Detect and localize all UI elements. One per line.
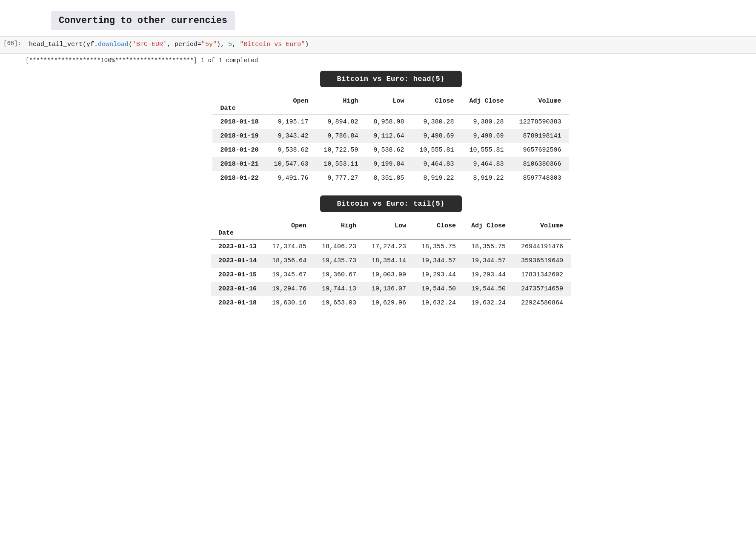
table-row: 2018-01-19 9,343.42 9,786.84 9,112.64 9,… xyxy=(212,129,569,143)
code-string3: "Bitcoin vs Euro" xyxy=(240,41,305,48)
table-row: 2018-01-20 9,538.62 10,722.59 9,538.62 1… xyxy=(212,143,569,157)
cell-low: 9,112.64 xyxy=(366,129,412,143)
tail-th-close: Close xyxy=(414,220,464,230)
cell-open: 9,343.42 xyxy=(266,129,316,143)
code-string2: "5y" xyxy=(201,41,217,48)
table-row: 2018-01-21 10,547.63 10,553.11 9,199.84 … xyxy=(212,157,569,171)
cell-low: 19,003.99 xyxy=(364,268,414,282)
tail-th-close2 xyxy=(414,230,464,240)
cell-close: 19,293.44 xyxy=(414,268,464,282)
head-th-open2 xyxy=(266,105,316,115)
cell-volume: 8789198141 xyxy=(512,129,569,143)
output-area: [********************100%***************… xyxy=(0,54,756,310)
output-progress: [********************100%***************… xyxy=(26,57,756,64)
table-row: 2023-01-14 18,356.64 19,435.73 18,354.14… xyxy=(211,254,571,268)
cell-low: 9,538.62 xyxy=(366,143,412,157)
cell-adjclose: 19,293.44 xyxy=(464,268,513,282)
tail-th-high2 xyxy=(314,230,364,240)
cell-high: 19,360.67 xyxy=(314,268,364,282)
head-col-headers: Open High Low Close Adj Close Volume xyxy=(212,95,569,105)
table-row: 2023-01-15 19,345.67 19,360.67 19,003.99… xyxy=(211,268,571,282)
cell-volume: 24735714659 xyxy=(513,282,571,296)
cell-date: 2023-01-18 xyxy=(211,296,264,310)
code-content: head_tail_vert(yf.download('BTC-EUR', pe… xyxy=(26,39,756,51)
code-string1: 'BTC-EUR' xyxy=(132,41,167,48)
cell-date: 2018-01-20 xyxy=(212,143,266,157)
cell-close: 19,544.50 xyxy=(414,282,464,296)
head-th-open: Open xyxy=(266,95,316,105)
code-comma2: , xyxy=(232,41,240,48)
tail-th-low: Low xyxy=(364,220,414,230)
head-date-header: Date xyxy=(212,105,569,115)
cell-adjclose: 19,544.50 xyxy=(464,282,513,296)
cell-adjclose: 9,464.83 xyxy=(462,157,512,171)
markdown-section: Converting to other currencies xyxy=(26,11,730,32)
cell-date: 2018-01-21 xyxy=(212,157,266,171)
cell-low: 8,958.98 xyxy=(366,115,412,129)
head-table: Open High Low Close Adj Close Volume Dat… xyxy=(212,95,569,185)
cell-low: 17,274.23 xyxy=(364,239,414,254)
cell-high: 9,777.27 xyxy=(316,171,366,185)
tail-th-volume: Volume xyxy=(513,220,571,230)
cell-close: 9,380.28 xyxy=(412,115,462,129)
cell-volume: 8106380366 xyxy=(512,157,569,171)
tail-table-title: Bitcoin vs Euro: tail(5) xyxy=(320,195,462,212)
cell-date: 2023-01-16 xyxy=(211,282,264,296)
code-func: head_tail_vert(yf. xyxy=(29,41,98,48)
cell-date: 2023-01-15 xyxy=(211,268,264,282)
head-table-title: Bitcoin vs Euro: head(5) xyxy=(320,71,462,87)
cell-open: 17,374.85 xyxy=(264,239,314,254)
cell-close: 10,555.81 xyxy=(412,143,462,157)
cell-volume: 35936519640 xyxy=(513,254,571,268)
head-table-body: 2018-01-18 9,195.17 9,894.82 8,958.98 9,… xyxy=(212,115,569,185)
cell-adjclose: 18,355.75 xyxy=(464,239,513,254)
tail-col-headers: Open High Low Close Adj Close Volume xyxy=(211,220,571,230)
code-paren2: ), xyxy=(217,41,228,48)
cell-low: 18,354.14 xyxy=(364,254,414,268)
head-th-date: Date xyxy=(212,105,266,115)
cell-date: 2018-01-18 xyxy=(212,115,266,129)
code-line: head_tail_vert(yf.download('BTC-EUR', pe… xyxy=(29,40,753,50)
head-table-section: Bitcoin vs Euro: head(5) Open High Low C… xyxy=(26,71,756,185)
head-th-adjclose2 xyxy=(462,105,512,115)
tail-th-date: Date xyxy=(211,230,264,240)
tail-th-high: High xyxy=(314,220,364,230)
table-row: 2018-01-18 9,195.17 9,894.82 8,958.98 9,… xyxy=(212,115,569,129)
cell-open: 18,356.64 xyxy=(264,254,314,268)
cell-volume: 26944191476 xyxy=(513,239,571,254)
cell-number: [66]: xyxy=(0,39,26,47)
cell-low: 19,136.07 xyxy=(364,282,414,296)
cell-volume: 12278590383 xyxy=(512,115,569,129)
tail-date-header: Date xyxy=(211,230,571,240)
code-close: ) xyxy=(305,41,309,48)
code-paren1: ( xyxy=(129,41,132,48)
cell-high: 18,406.23 xyxy=(314,239,364,254)
tail-th-open: Open xyxy=(264,220,314,230)
tail-th-low2 xyxy=(364,230,414,240)
cell-volume: 22924580864 xyxy=(513,296,571,310)
cell-close: 19,344.57 xyxy=(414,254,464,268)
page-heading: Converting to other currencies xyxy=(59,15,227,26)
tail-th-open2 xyxy=(264,230,314,240)
head-th-volume: Volume xyxy=(512,95,569,105)
cell-date: 2018-01-22 xyxy=(212,171,266,185)
cell-low: 19,629.96 xyxy=(364,296,414,310)
tail-table: Open High Low Close Adj Close Volume Dat… xyxy=(211,220,571,310)
head-th-empty xyxy=(212,95,266,105)
cell-high: 19,653.03 xyxy=(314,296,364,310)
cell-open: 19,345.67 xyxy=(264,268,314,282)
cell-close: 9,464.83 xyxy=(412,157,462,171)
cell-high: 10,553.11 xyxy=(316,157,366,171)
cell-adjclose: 19,632.24 xyxy=(464,296,513,310)
cell-low: 8,351.85 xyxy=(366,171,412,185)
head-th-close: Close xyxy=(412,95,462,105)
cell-low: 9,199.84 xyxy=(366,157,412,171)
table-row: 2023-01-16 19,294.76 19,744.13 19,136.07… xyxy=(211,282,571,296)
cell-volume: 17831342602 xyxy=(513,268,571,282)
table-row: 2018-01-22 9,491.76 9,777.27 8,351.85 8,… xyxy=(212,171,569,185)
tail-th-volume2 xyxy=(513,230,571,240)
head-th-low2 xyxy=(366,105,412,115)
cell-open: 9,491.76 xyxy=(266,171,316,185)
cell-close: 19,632.24 xyxy=(414,296,464,310)
cell-open: 10,547.63 xyxy=(266,157,316,171)
